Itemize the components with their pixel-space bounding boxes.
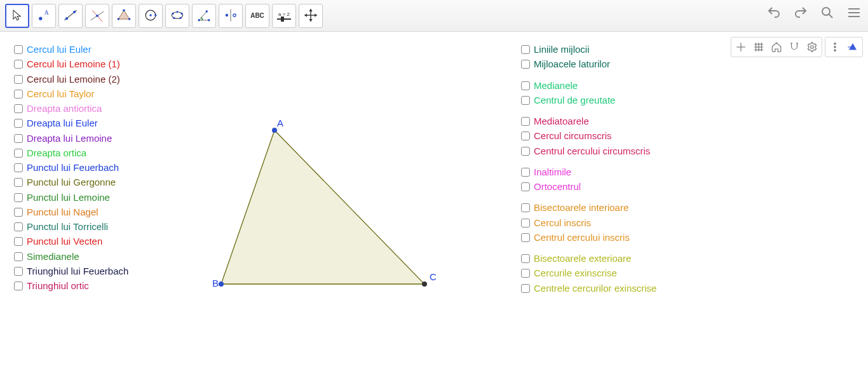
check-label: Punctul lui Torricelli [27,221,108,233]
label-b: B [212,278,219,288]
right-group-1: MedianeleCentrul de greutate [521,79,656,107]
right-check-3-0[interactable]: Inaltimile [521,166,656,179]
checkbox-icon [521,233,530,242]
main-toolbar: AABCa = 2 [0,0,868,32]
check-label: Cercul lui Euler [27,43,92,56]
point-a[interactable] [272,128,277,133]
checkbox-icon [14,119,23,128]
tool-group: AABCa = 2 [5,4,323,28]
left-check-3[interactable]: Cercul lui Taylor [14,88,128,100]
pan-tool[interactable] [299,4,323,28]
svg-point-26 [233,13,236,16]
check-label: Punctul lui Feuerbach [27,161,119,174]
right-check-5-1[interactable]: Cercurile exinscrise [521,267,656,280]
right-check-5-0[interactable]: Bisectoarele exterioare [521,252,656,265]
move-tool[interactable] [5,4,29,28]
toolbar-right [765,4,863,22]
redo-button[interactable] [792,4,810,22]
angle-tool[interactable] [192,4,216,28]
left-check-5[interactable]: Dreapta lui Euler [14,117,128,130]
checkbox-icon [521,284,530,293]
undo-button[interactable] [765,4,783,22]
left-check-1[interactable]: Cercul lui Lemoine (1) [14,58,128,71]
point-c[interactable] [422,282,427,287]
checkbox-icon [521,81,530,90]
graphics-view[interactable]: ABC Cercul lui EulerCercul lui Lemoine (… [0,32,868,380]
left-check-0[interactable]: Cercul lui Euler [14,43,128,56]
circle-tool[interactable] [139,4,163,28]
polygon-tool[interactable] [112,4,136,28]
left-check-15[interactable]: Triunghiul lui Feuerbach [14,265,128,278]
movegraph-icon [302,7,319,25]
check-label: Centrul cercului inscris [534,231,630,244]
left-check-7[interactable]: Dreapta ortica [14,147,128,159]
svg-point-19 [180,17,182,18]
checkbox-icon [521,147,530,156]
checkbox-icon [521,219,530,227]
right-check-0-0[interactable]: Liniile mijlocii [521,43,656,56]
left-check-12[interactable]: Punctul lui Torricelli [14,221,128,233]
left-check-14[interactable]: Simedianele [14,250,128,263]
right-check-2-0[interactable]: Mediatoarele [521,115,656,128]
check-label: Centrul cercului circumscris [534,145,650,158]
left-check-4[interactable]: Dreapta antiortica [14,102,128,115]
check-label: Mediatoarele [534,115,589,128]
check-label: Punctul lui Gergonne [27,176,116,189]
check-label: Cercul lui Taylor [27,88,94,100]
right-check-5-2[interactable]: Centrele cercurilor exinscrise [521,282,656,295]
right-check-3-1[interactable]: Ortocentrul [521,180,656,193]
right-check-1-1[interactable]: Centrul de greutate [521,94,656,107]
svg-marker-31 [304,13,307,17]
checkbox-icon [14,149,23,158]
checkbox-icon [14,104,23,113]
svg-point-33 [822,8,830,15]
point-b[interactable] [219,282,224,287]
search-button[interactable] [818,4,836,22]
slider-tool[interactable]: a = 2 [272,4,296,28]
svg-point-10 [128,18,130,20]
check-label: Inaltimile [534,166,571,179]
text-tool-label: ABC [250,12,264,19]
angle-icon [196,7,212,25]
left-check-list: Cercul lui EulerCercul lui Lemoine (1)Ce… [14,43,128,292]
right-group-0: Liniile mijlociiMijloacele laturilor [521,43,656,71]
right-check-4-0[interactable]: Bisectoarele interioare [521,201,656,214]
right-check-1-0[interactable]: Medianele [521,79,656,92]
perpendicular-tool[interactable] [85,4,109,28]
point-tool[interactable]: A [32,4,56,28]
text-tool[interactable]: ABC [245,4,269,28]
checkbox-icon [14,222,23,231]
left-check-16[interactable]: Triunghiul ortic [14,280,128,292]
left-check-10[interactable]: Punctul lui Lemoine [14,191,128,204]
check-label: Punctul lui Nagel [27,206,98,219]
left-check-9[interactable]: Punctul lui Gergonne [14,176,128,189]
left-check-11[interactable]: Punctul lui Nagel [14,206,128,219]
right-check-4-2[interactable]: Centrul cercului inscris [521,231,656,244]
line-tool[interactable] [58,4,83,28]
reflect-tool[interactable] [219,4,243,28]
svg-marker-29 [309,8,312,11]
check-label: Ortocentrul [534,180,581,193]
right-check-0-1[interactable]: Mijloacele laturilor [521,58,656,71]
right-check-4-1[interactable]: Cercul inscris [521,217,656,229]
check-label: Cercul inscris [534,217,591,229]
right-group-2: MediatoareleCercul circumscrisCentrul ce… [521,115,656,158]
left-check-13[interactable]: Punctul lui Vecten [14,235,128,248]
check-label: Punctul lui Lemoine [27,191,110,204]
check-label: Triunghiul ortic [27,280,89,292]
right-check-list: Liniile mijlociiMijloacele laturilorMedi… [521,43,656,301]
check-label: Cercurile exinscrise [534,267,617,280]
check-label: Cercul lui Lemoine (1) [27,58,120,71]
left-check-2[interactable]: Cercul lui Lemoine (2) [14,73,128,86]
label-a: A [277,118,283,128]
checkbox-icon [521,168,530,177]
check-label: Dreapta lui Euler [27,117,98,130]
conic-tool[interactable] [165,4,189,28]
right-check-2-2[interactable]: Centrul cercului circumscris [521,145,656,158]
svg-point-14 [154,14,156,16]
right-check-2-1[interactable]: Cercul circumscris [521,130,656,142]
left-check-8[interactable]: Punctul lui Feuerbach [14,161,128,174]
svg-point-18 [180,12,182,14]
left-check-6[interactable]: Dreapta lui Lemoine [14,132,128,145]
menu-button[interactable] [845,4,863,22]
